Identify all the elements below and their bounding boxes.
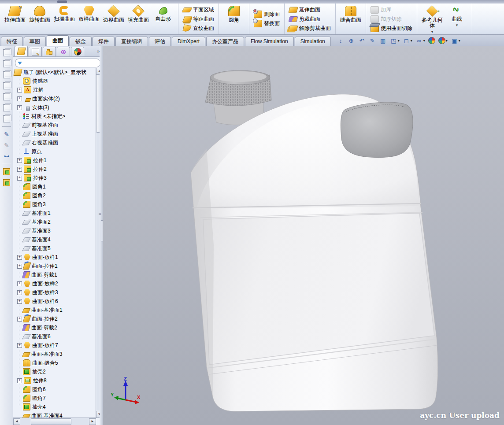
tree-item[interactable]: 右视基准面	[13, 138, 96, 147]
sketch-button[interactable]: ✎	[2, 130, 11, 139]
expand-plus-icon[interactable]: +	[17, 299, 22, 304]
tree-item[interactable]: +曲面-放样2	[13, 279, 96, 288]
expand-plus-icon[interactable]: +	[17, 281, 22, 286]
dynamic-annotation-button[interactable]: ▥	[379, 37, 387, 44]
tree-item[interactable]: 曲面-缝合5	[13, 358, 96, 367]
hide-bodies-button[interactable]	[2, 178, 11, 187]
tab-评估[interactable]: 评估	[149, 37, 171, 46]
view-bottom-button[interactable]	[2, 103, 11, 112]
tree-item[interactable]: +曲面-放样7	[13, 341, 96, 350]
expand-plus-icon[interactable]: +	[17, 317, 22, 322]
tree-item[interactable]: +拉伸2	[13, 165, 96, 174]
scroll-left-button[interactable]: ◄	[13, 418, 20, 425]
tree-item[interactable]: +注解	[13, 85, 96, 94]
tab-Simulation[interactable]: Simulation	[295, 37, 331, 46]
tree-item[interactable]: 曲面-基准面3	[13, 350, 96, 358]
tree-item[interactable]: 基准面6	[13, 332, 96, 341]
tree-item[interactable]: 基准面2	[13, 218, 96, 226]
tree-item[interactable]: +曲面-拉伸1	[13, 262, 96, 270]
expand-plus-icon[interactable]: +	[17, 176, 22, 181]
dimxpertmanager-tab[interactable]	[57, 47, 70, 56]
tree-item[interactable]: +曲面-放样1	[13, 253, 96, 262]
graphics-viewport[interactable]: Z X Y ayc.cn User upload	[103, 46, 504, 425]
tree-item[interactable]: +曲面实体(2)	[13, 94, 96, 103]
show-bodies-button[interactable]	[2, 167, 11, 176]
toolbar-button-curves[interactable]: 曲线▾	[445, 4, 469, 34]
tab-焊件[interactable]: 焊件	[93, 37, 115, 46]
toolbar-button-trim-surface[interactable]: 剪裁曲面	[287, 15, 333, 23]
dropdown-arrow-icon[interactable]: ▾	[398, 39, 400, 43]
expand-plus-icon[interactable]: +	[17, 378, 22, 383]
apply-scene-button[interactable]	[428, 37, 435, 44]
tree-root-item[interactable]: 瓶子 (默认<<默认>_显示状	[13, 68, 96, 77]
toolbar-button-loft-surface[interactable]: 放样曲面	[77, 4, 101, 34]
tree-item[interactable]: 传感器	[13, 77, 96, 85]
dropdown-arrow-icon[interactable]: ▾	[459, 39, 460, 43]
configurationmanager-tab[interactable]	[43, 47, 56, 56]
expand-plus-icon[interactable]: +	[17, 96, 22, 101]
tree-filter-input[interactable]	[15, 59, 100, 67]
tree-item[interactable]: +曲面-放样6	[13, 297, 96, 306]
toolbar-button-freeform[interactable]: 自由形	[151, 4, 175, 34]
tree-item[interactable]: +拉伸3	[13, 174, 96, 182]
zoom-to-area-button[interactable]: ⊕	[348, 37, 355, 44]
expand-plus-icon[interactable]: +	[17, 158, 22, 163]
tree-item[interactable]: 圆角2	[13, 191, 96, 200]
tab-草图[interactable]: 草图	[24, 37, 46, 46]
view-orientation-button[interactable]: ◳▾	[390, 37, 400, 44]
toolbar-button-fill-surface[interactable]: 填充曲面	[126, 4, 151, 34]
hide-show-items-button[interactable]: ∞▾	[415, 37, 425, 44]
previous-view-button[interactable]: ↶	[358, 37, 366, 44]
tree-item[interactable]: 上视基准面	[13, 129, 96, 138]
tree-horizontal-scrollbar[interactable]: ◄ ►	[13, 418, 96, 425]
expand-plus-icon[interactable]: +	[17, 105, 22, 110]
tree-item[interactable]: +实体(3)	[13, 103, 96, 112]
displaymanager-tab[interactable]	[71, 47, 84, 56]
toolbar-button-planar-surface[interactable]: 平面区域	[181, 5, 216, 14]
tree-item[interactable]: +拉伸8	[13, 376, 96, 385]
expand-plus-icon[interactable]: +	[17, 88, 22, 92]
expand-plus-icon[interactable]: +	[17, 264, 22, 269]
tab-曲面[interactable]: 曲面	[47, 35, 69, 46]
tab-直接编辑[interactable]: 直接编辑	[115, 37, 148, 46]
tree-item[interactable]: 材质 <未指定>	[13, 112, 96, 121]
toolbar-button-revolve-surface[interactable]: 旋转曲面	[27, 4, 52, 34]
tree-item[interactable]: 曲面-剪裁2	[13, 323, 96, 332]
display-relations-button[interactable]: ⊶	[2, 152, 11, 161]
tab-钣金[interactable]: 钣金	[70, 37, 92, 46]
view-top-button[interactable]	[2, 92, 11, 101]
expand-plus-icon[interactable]: +	[17, 167, 22, 172]
tree-item[interactable]: 圆角6	[13, 385, 96, 394]
tree-item[interactable]: 原点	[13, 147, 96, 156]
tree-item[interactable]: 圆角7	[13, 394, 96, 403]
display-style-button[interactable]: ◻▾	[403, 37, 412, 44]
scroll-right-button[interactable]: ►	[89, 418, 96, 425]
toolbar-button-extend-surface[interactable]: 延伸曲面	[287, 5, 333, 14]
view-front-button[interactable]	[2, 48, 11, 57]
toolbar-button-cut-with-surface[interactable]: 使用曲面切除	[369, 24, 414, 33]
expand-plus-icon[interactable]: +	[17, 343, 22, 348]
tab-Flow Simulation[interactable]: Flow Simulation	[245, 37, 294, 46]
tree-item[interactable]: +曲面-放样3	[13, 288, 96, 297]
expand-plus-icon[interactable]: +	[17, 255, 22, 260]
view-left-button[interactable]	[2, 70, 11, 79]
tab-办公室产品[interactable]: 办公室产品	[206, 37, 244, 46]
tree-item[interactable]: +曲面-拉伸2	[13, 314, 96, 323]
tree-item[interactable]: 基准面3	[13, 226, 96, 235]
dropdown-arrow-icon[interactable]: ▾	[411, 39, 412, 43]
view-settings-button[interactable]: ▣▾	[451, 37, 460, 44]
edit-appearance-button[interactable]: ▾	[438, 37, 448, 44]
dropdown-arrow-icon[interactable]: ▾	[431, 30, 434, 34]
toolbar-button-fillet[interactable]: 圆角	[222, 4, 246, 34]
tree-item[interactable]: 前视基准面	[13, 121, 96, 129]
tree-item[interactable]: 圆角1	[13, 182, 96, 191]
view-right-button[interactable]	[2, 81, 11, 90]
propertymanager-tab[interactable]	[29, 47, 42, 56]
tree-item[interactable]: 基准面1	[13, 209, 96, 218]
toolbar-button-replace-face[interactable]: 替换面	[252, 19, 282, 28]
featuremanager-tab[interactable]	[15, 46, 28, 56]
tree-item[interactable]: +拉伸1	[13, 156, 96, 165]
tree-item[interactable]: 曲面-基准面1	[13, 306, 96, 314]
toolbar-button-offset-surface[interactable]: 等距曲面	[181, 15, 216, 23]
tab-DimXpert[interactable]: DimXpert	[172, 37, 205, 46]
